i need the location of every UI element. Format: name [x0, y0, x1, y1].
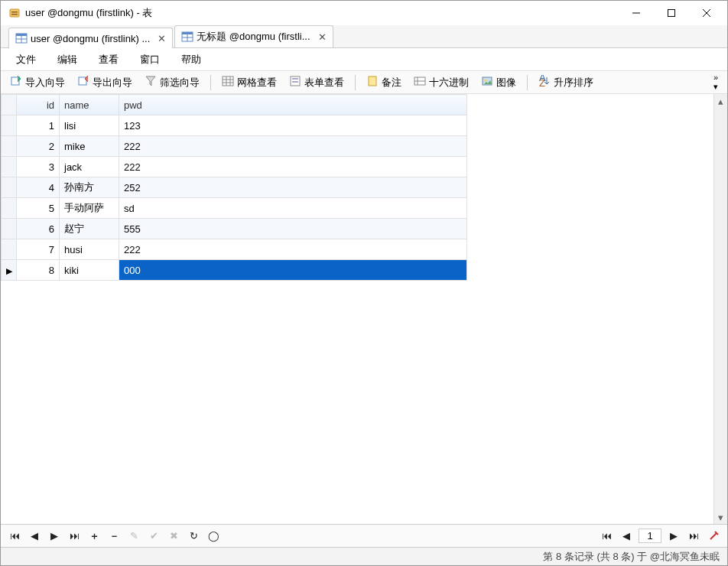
page-last-button[interactable]: ⏭ — [686, 529, 701, 544]
svg-rect-23 — [292, 78, 298, 80]
table-icon — [181, 31, 193, 43]
table-row[interactable]: 6赵宁555 — [2, 219, 467, 239]
toolbar-label: 升序排序 — [554, 76, 593, 89]
cell-name[interactable]: kiki — [60, 260, 119, 281]
svg-rect-17 — [223, 76, 233, 86]
toolbar-label: 图像 — [496, 76, 516, 89]
row-header[interactable]: ▶ — [2, 260, 17, 281]
nav-add-button[interactable]: ＋ — [86, 529, 102, 544]
statusbar: 第 8 条记录 (共 8 条) 于 @北海冥鱼未眠 — [1, 547, 727, 565]
tab-user-table[interactable]: user @dongmu (firstlink) ... ✕ — [8, 28, 173, 48]
toolbar-overflow[interactable]: »▾ — [709, 71, 723, 93]
form-view-button[interactable]: 表单查看 — [284, 73, 349, 91]
tab-close-icon[interactable]: ✕ — [158, 33, 166, 44]
page-first-button[interactable]: ⏮ — [599, 529, 614, 544]
svg-point-30 — [485, 80, 487, 82]
export-wizard-button[interactable]: 导出向导 — [73, 73, 137, 91]
cell-pwd[interactable]: 222 — [119, 239, 467, 260]
menu-window[interactable]: 窗口 — [131, 50, 169, 70]
image-button[interactable]: 图像 — [476, 73, 521, 91]
nav-commit-button[interactable]: ✔ — [146, 529, 161, 544]
scroll-down-icon[interactable]: ▾ — [714, 510, 727, 524]
grid-icon — [222, 75, 234, 89]
table-row[interactable]: 5手动阿萨sd — [2, 198, 467, 219]
settings-button[interactable] — [706, 529, 721, 544]
cell-pwd[interactable]: 252 — [119, 177, 467, 198]
nav-stop-button[interactable]: ◯ — [206, 529, 221, 544]
row-header-corner[interactable] — [2, 95, 17, 115]
maximize-button[interactable] — [654, 2, 689, 24]
cell-name[interactable]: lisi — [60, 115, 119, 136]
nav-first-button[interactable]: ⏮ — [7, 529, 22, 544]
table-row[interactable]: 3jack222 — [2, 157, 467, 177]
menu-view[interactable]: 查看 — [89, 50, 128, 70]
scroll-up-icon[interactable]: ▴ — [714, 94, 727, 108]
menu-file[interactable]: 文件 — [7, 50, 45, 70]
cell-id[interactable]: 5 — [17, 198, 60, 219]
cell-name[interactable]: 赵宁 — [60, 219, 119, 239]
nav-refresh-button[interactable]: ↻ — [186, 529, 201, 544]
cell-pwd[interactable]: 222 — [119, 157, 467, 177]
cell-id[interactable]: 4 — [17, 177, 60, 198]
memo-button[interactable]: 备注 — [362, 73, 406, 91]
tab-close-icon[interactable]: ✕ — [318, 31, 327, 43]
page-next-button[interactable]: ▶ — [666, 529, 681, 544]
table-row[interactable]: 4孙南方252 — [2, 177, 467, 198]
tab-untitled[interactable]: 无标题 @dongmu (firstli... ✕ — [174, 25, 333, 47]
nav-cancel-button[interactable]: ✖ — [166, 529, 181, 544]
cell-id[interactable]: 3 — [17, 157, 60, 177]
row-header[interactable] — [2, 115, 17, 136]
window-title: user @dongmu (firstlink) - 表 — [25, 6, 619, 20]
nav-next-button[interactable]: ▶ — [47, 529, 62, 544]
nav-last-button[interactable]: ⏭ — [67, 529, 82, 544]
column-header-name[interactable]: name — [60, 95, 119, 115]
row-header[interactable] — [2, 239, 17, 260]
table-row[interactable]: 7husi222 — [2, 239, 467, 260]
sort-asc-button[interactable]: AZ 升序排序 — [534, 73, 598, 91]
table-row[interactable]: ▶8kiki000 — [2, 260, 467, 281]
hex-button[interactable]: 十六进制 — [409, 73, 473, 91]
cell-pwd[interactable]: 222 — [119, 136, 467, 157]
column-header-id[interactable]: id — [17, 95, 60, 115]
cell-id[interactable]: 8 — [17, 260, 60, 281]
cell-pwd[interactable]: 555 — [119, 219, 467, 239]
cell-name[interactable]: jack — [60, 157, 119, 177]
tab-label: 无标题 @dongmu (firstli... — [197, 30, 310, 44]
close-button[interactable] — [689, 2, 724, 24]
page-number-input[interactable] — [639, 529, 661, 543]
menu-help[interactable]: 帮助 — [172, 50, 210, 70]
cell-pwd[interactable]: 123 — [119, 115, 467, 136]
cell-id[interactable]: 1 — [17, 115, 60, 136]
cell-id[interactable]: 7 — [17, 239, 60, 260]
app-window: user @dongmu (firstlink) - 表 user @dongm… — [0, 0, 728, 566]
grid-view-button[interactable]: 网格查看 — [217, 73, 281, 91]
vertical-scrollbar[interactable]: ▴ ▾ — [713, 94, 727, 524]
nav-delete-button[interactable]: － — [106, 529, 122, 544]
cell-name[interactable]: 孙南方 — [60, 177, 119, 198]
cell-id[interactable]: 6 — [17, 219, 60, 239]
table-row[interactable]: 1lisi123 — [2, 115, 467, 136]
data-grid[interactable]: id name pwd 1lisi1232mike2223jack2224孙南方… — [1, 94, 713, 524]
cell-name[interactable]: mike — [60, 136, 119, 157]
nav-edit-button[interactable]: ✎ — [126, 529, 141, 544]
import-wizard-button[interactable]: 导入向导 — [5, 73, 70, 91]
cell-name[interactable]: husi — [60, 239, 119, 260]
table-row[interactable]: 2mike222 — [2, 136, 467, 157]
nav-prev-button[interactable]: ◀ — [27, 529, 42, 544]
cell-pwd[interactable]: 000 — [119, 260, 467, 281]
menu-edit[interactable]: 编辑 — [48, 50, 86, 70]
cell-name[interactable]: 手动阿萨 — [60, 198, 119, 219]
row-header[interactable] — [2, 198, 17, 219]
memo-icon — [366, 75, 379, 89]
cell-id[interactable]: 2 — [17, 136, 60, 157]
row-header[interactable] — [2, 219, 17, 239]
column-header-pwd[interactable]: pwd — [119, 95, 467, 115]
filter-wizard-button[interactable]: 筛选向导 — [140, 73, 204, 91]
row-header[interactable] — [2, 157, 17, 177]
toolbar-label: 导出向导 — [93, 76, 132, 89]
minimize-button[interactable] — [619, 2, 654, 24]
row-header[interactable] — [2, 177, 17, 198]
cell-pwd[interactable]: sd — [119, 198, 467, 219]
page-prev-button[interactable]: ◀ — [619, 529, 634, 544]
row-header[interactable] — [2, 136, 17, 157]
